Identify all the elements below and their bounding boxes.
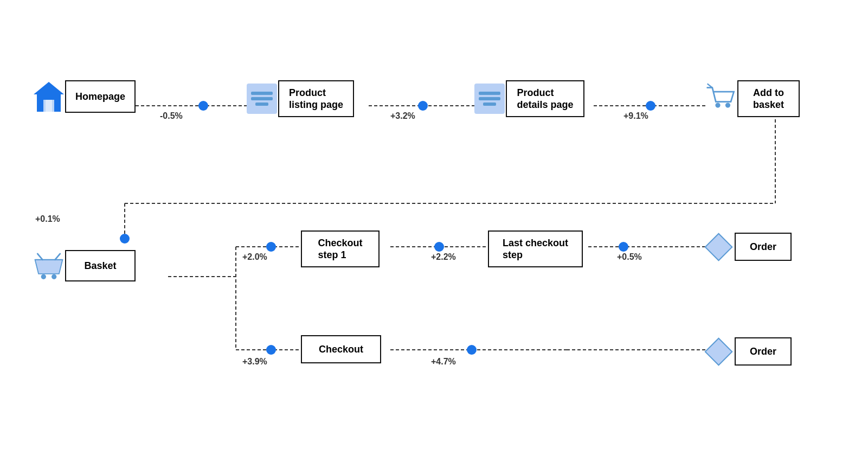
add-to-basket-box: Add to basket	[737, 80, 800, 117]
node-add-to-basket[interactable]: Add to basket	[705, 80, 800, 117]
svg-point-18	[120, 234, 130, 244]
svg-point-29	[725, 103, 730, 107]
node-product-listing[interactable]: Product listing page	[246, 80, 354, 117]
edge-label-e9: +4.7%	[431, 357, 456, 367]
edge-label-e7: +0.5%	[617, 252, 642, 262]
product-details-box: Product details page	[506, 80, 584, 117]
basket-box: Basket	[65, 250, 136, 281]
diagram-container: -0.5% +3.2% +9.1% +0.1% +2.0% +2.2% +0.5…	[0, 0, 868, 474]
list-icon-2	[473, 82, 506, 115]
svg-point-23	[467, 345, 477, 355]
node-order2[interactable]: Order	[702, 335, 792, 368]
svg-point-31	[52, 274, 56, 279]
checkout-box: Checkout	[301, 335, 381, 363]
diamond-icon-1	[702, 230, 735, 263]
svg-point-21	[619, 242, 628, 252]
svg-point-20	[434, 242, 444, 252]
order2-box: Order	[735, 337, 792, 366]
node-last-checkout-step[interactable]: Last checkout step	[488, 230, 583, 267]
edge-label-e4: +0.1%	[35, 214, 60, 224]
cart-icon-large	[705, 82, 737, 115]
homepage-box: Homepage	[65, 80, 136, 113]
svg-rect-26	[46, 100, 52, 112]
edge-label-e2: +3.2%	[390, 111, 415, 121]
edge-label-e8: +3.9%	[242, 357, 267, 367]
basket-icon	[33, 249, 65, 282]
svg-point-15	[198, 101, 208, 111]
last-checkout-step-box: Last checkout step	[488, 230, 583, 267]
diamond-icon-2	[702, 335, 735, 368]
node-homepage[interactable]: Homepage	[33, 80, 136, 113]
product-listing-box: Product listing page	[278, 80, 354, 117]
svg-rect-34	[705, 338, 731, 364]
svg-point-19	[266, 242, 276, 252]
node-checkout-step1[interactable]: Checkout step 1	[301, 230, 380, 267]
svg-point-17	[646, 101, 655, 111]
svg-point-30	[41, 274, 46, 279]
node-product-details[interactable]: Product details page	[473, 80, 584, 117]
checkout-step1-box: Checkout step 1	[301, 230, 380, 267]
list-icon-1	[246, 82, 278, 115]
node-basket[interactable]: Basket	[33, 249, 136, 282]
node-checkout[interactable]: Checkout	[301, 335, 381, 363]
edge-label-e3: +9.1%	[623, 111, 648, 121]
edge-label-e1: -0.5%	[160, 111, 183, 121]
edge-label-e5: +2.0%	[242, 252, 267, 262]
svg-point-22	[266, 345, 276, 355]
order1-box: Order	[735, 233, 792, 261]
edge-label-e6: +2.2%	[431, 252, 456, 262]
svg-point-16	[418, 101, 428, 111]
svg-rect-33	[705, 233, 731, 260]
home-icon	[33, 80, 65, 113]
node-order1[interactable]: Order	[702, 230, 792, 263]
svg-point-28	[715, 103, 720, 107]
